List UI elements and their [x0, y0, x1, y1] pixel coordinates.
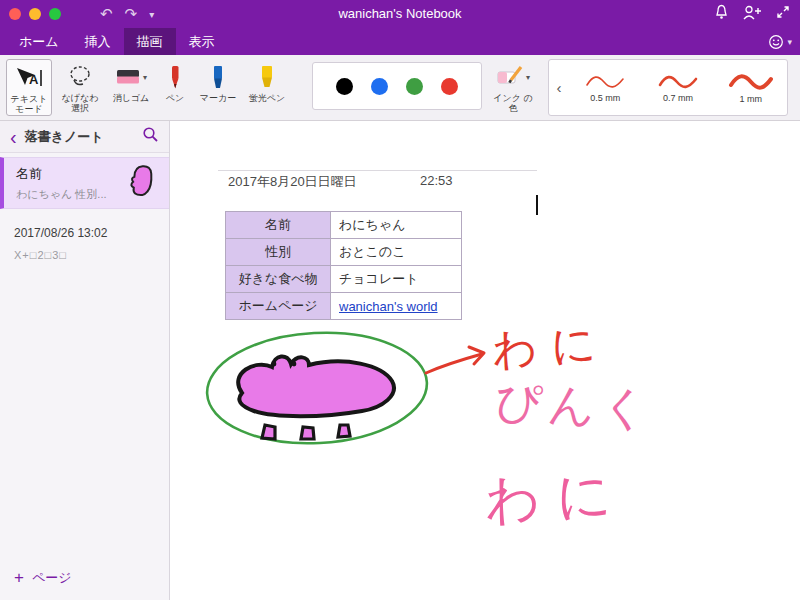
tab-home[interactable]: ホーム	[6, 28, 72, 55]
text-mode-cursor-icon: A	[14, 66, 44, 90]
handwriting-word-pink-wani: わに	[483, 457, 629, 537]
search-icon[interactable]	[142, 126, 159, 147]
crocodile-doodle	[238, 356, 394, 439]
sidebar-header: ‹ 落書きノート	[0, 121, 169, 153]
highlighter-icon	[257, 64, 277, 91]
color-swatch-red[interactable]	[441, 78, 458, 95]
note-canvas[interactable]: 2017年8月20日日曜日 22:53 名前 わにちゃん 性別 おとこのこ 好き…	[170, 121, 800, 600]
ink-color-button[interactable]: ▾ インク の色	[490, 59, 536, 116]
ink-color-palette	[312, 62, 482, 110]
stroke-width-picker: ‹ 0.5 mm 0.7 mm 1 mm	[548, 59, 788, 116]
stroke-sample-05-icon	[583, 72, 627, 92]
eraser-button[interactable]: ▾ 消しゴム	[108, 59, 154, 116]
stroke-sample-1-icon	[727, 71, 775, 93]
lasso-icon	[67, 65, 93, 89]
eraser-caret-icon[interactable]: ▾	[143, 73, 147, 82]
page-list-item-selected[interactable]: 名前 わにちゃん 性別...	[0, 157, 169, 209]
tab-insert[interactable]: 挿入	[72, 28, 124, 55]
plus-icon: +	[14, 570, 24, 586]
marker-button[interactable]: マーカー	[194, 59, 242, 116]
marker-icon	[208, 64, 228, 91]
tab-view[interactable]: 表示	[176, 28, 228, 55]
feedback-smiley-button[interactable]: ▾	[768, 28, 792, 55]
page-list-sidebar: ‹ 落書きノート 名前 わにちゃん 性別... 2017/08/26 13:02…	[0, 121, 170, 600]
page-meta-glyphs: X+□2□3□	[14, 249, 169, 261]
svg-text:A: A	[29, 72, 39, 87]
smiley-icon	[768, 34, 784, 50]
ribbon-draw: A テキスト モード なげなわ 選択 ▾	[0, 55, 800, 121]
pen-button[interactable]: ペン	[156, 59, 194, 116]
titlebar: ↶ ↷ ▾ wanichan's Notebook	[0, 0, 800, 28]
stroke-width-option-1[interactable]: 1 mm	[714, 71, 787, 104]
ink-color-icon	[496, 65, 524, 89]
stroke-sample-07-icon	[656, 72, 700, 92]
color-swatch-blue[interactable]	[371, 78, 388, 95]
stroke-width-option-05[interactable]: 0.5 mm	[569, 72, 642, 103]
ribbon-tabbar: ホーム 挿入 描画 表示 ▾	[0, 28, 800, 55]
lasso-select-button[interactable]: なげなわ 選択	[56, 59, 104, 116]
handwriting-word-red-wani: わに	[490, 313, 612, 380]
highlighter-button[interactable]: 蛍光ペン	[244, 59, 290, 116]
color-swatch-black[interactable]	[336, 78, 353, 95]
eraser-icon	[115, 67, 141, 87]
color-swatch-green[interactable]	[406, 78, 423, 95]
arrow-annotation	[426, 347, 484, 373]
add-page-label: ページ	[32, 569, 72, 587]
onenote-window: ↶ ↷ ▾ wanichan's Notebook ホーム 挿入 描画 表示 ▾	[0, 0, 800, 600]
stroke-width-option-07[interactable]: 0.7 mm	[642, 72, 715, 103]
notebook-section-title: 落書きノート	[25, 128, 142, 146]
fullscreen-expand-icon[interactable]	[776, 5, 790, 23]
page-thumbnail-doodle	[123, 163, 163, 205]
text-mode-button[interactable]: A テキスト モード	[6, 59, 52, 116]
notebook-window-title: wanichan's Notebook	[0, 0, 800, 28]
page-modified-timestamp: 2017/08/26 13:02	[14, 226, 169, 240]
pen-icon	[166, 64, 184, 91]
ink-drawing-layer	[170, 121, 800, 600]
notifications-bell-icon[interactable]	[714, 4, 729, 24]
share-add-person-icon[interactable]	[743, 5, 762, 24]
add-page-button[interactable]: + ページ	[14, 569, 72, 587]
back-chevron-icon[interactable]: ‹	[10, 127, 17, 147]
smiley-caret-icon: ▾	[787, 37, 792, 47]
ink-color-caret-icon[interactable]: ▾	[526, 73, 530, 82]
stroke-width-scroll-left-icon[interactable]: ‹	[549, 79, 569, 96]
tab-draw[interactable]: 描画	[124, 28, 176, 55]
handwriting-word-pinku: ぴんく	[493, 371, 655, 441]
